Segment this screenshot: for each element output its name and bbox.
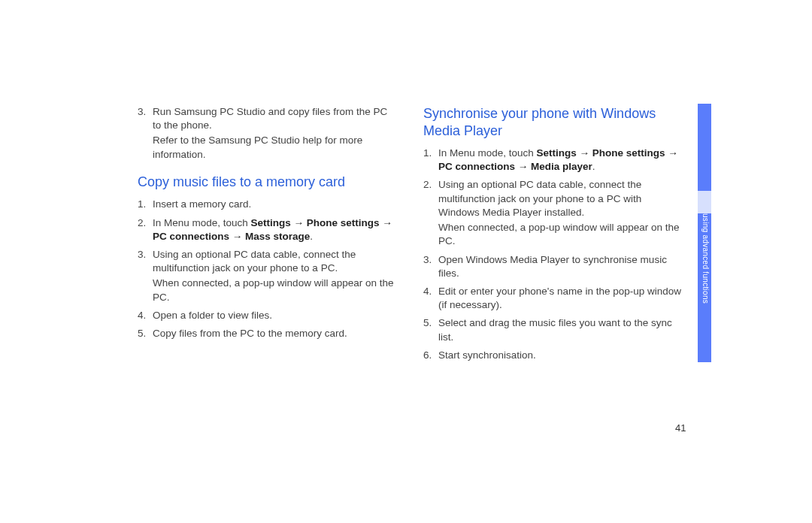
step-number: 3.	[423, 253, 438, 280]
list-item: 2. Using an optional PC data cable, conn…	[423, 178, 682, 248]
list-item: 4. Edit or enter your phone's name in th…	[423, 285, 682, 312]
copy-music-steps: 1. Insert a memory card. 2. In Menu mode…	[138, 198, 396, 340]
list-item: 3. Run Samsung PC Studio and copy files …	[138, 105, 396, 162]
side-tab-label: using advanced functions	[700, 213, 710, 364]
step-body: Open a folder to view files.	[153, 309, 396, 322]
step-subtext: When connected, a pop-up window will app…	[438, 221, 682, 248]
step-body: Open Windows Media Player to synchronise…	[438, 253, 682, 280]
list-item: 1. In Menu mode, touch Settings → Phone …	[423, 147, 682, 174]
step-number: 6.	[423, 349, 438, 362]
step-number: 1.	[423, 147, 438, 174]
step-number: 2.	[138, 216, 153, 243]
step-number: 4.	[138, 309, 153, 322]
list-item: 3. Using an optional PC data cable, conn…	[138, 248, 396, 304]
list-item: 4. Open a folder to view files.	[138, 309, 396, 322]
step-number: 3.	[138, 248, 153, 304]
sync-steps: 1. In Menu mode, touch Settings → Phone …	[423, 147, 682, 362]
step-body: In Menu mode, touch Settings → Phone set…	[153, 216, 396, 243]
step-text: Using an optional PC data cable, connect…	[438, 179, 641, 217]
list-item: 2. In Menu mode, touch Settings → Phone …	[138, 216, 396, 243]
step-body: Using an optional PC data cable, connect…	[438, 178, 682, 248]
step-prefix: In Menu mode, touch	[153, 217, 251, 228]
step-number: 1.	[138, 198, 153, 211]
side-tab-highlight	[698, 191, 711, 213]
step-subtext: Refer to the Samsung PC Studio help for …	[153, 134, 396, 161]
step-body: Edit or enter your phone's name in the p…	[438, 285, 682, 312]
left-column: 3. Run Samsung PC Studio and copy files …	[138, 105, 396, 367]
step-body: In Menu mode, touch Settings → Phone set…	[438, 147, 682, 174]
step-number: 3.	[138, 105, 153, 162]
step-body: Using an optional PC data cable, connect…	[153, 248, 396, 304]
list-item: 3. Open Windows Media Player to synchron…	[423, 253, 682, 280]
right-column: Synchronise your phone with Windows Medi…	[423, 105, 682, 367]
step-text: Run Samsung PC Studio and copy files fro…	[153, 106, 387, 131]
step-body: Run Samsung PC Studio and copy files fro…	[153, 105, 396, 162]
step-body: Insert a memory card.	[153, 198, 396, 211]
section-heading-sync: Synchronise your phone with Windows Medi…	[423, 105, 682, 139]
step-body: Start synchronisation.	[438, 349, 682, 362]
step-number: 4.	[423, 285, 438, 312]
page-content: 3. Run Samsung PC Studio and copy files …	[138, 105, 686, 367]
step-subtext: When connected, a pop-up window will app…	[153, 277, 396, 304]
step-suffix: .	[592, 161, 595, 172]
pre-steps-list: 3. Run Samsung PC Studio and copy files …	[138, 105, 396, 162]
step-body: Select and drag the music files you want…	[438, 316, 682, 343]
step-number: 5.	[423, 316, 438, 343]
list-item: 1. Insert a memory card.	[138, 198, 396, 211]
step-body: Copy files from the PC to the memory car…	[153, 327, 396, 340]
step-text: Using an optional PC data cable, connect…	[153, 249, 356, 274]
list-item: 5. Select and drag the music files you w…	[423, 316, 682, 343]
section-heading-copy-music: Copy music files to a memory card	[138, 174, 396, 191]
step-prefix: In Menu mode, touch	[438, 147, 537, 159]
list-item: 6. Start synchronisation.	[423, 349, 682, 362]
page-number: 41	[675, 422, 686, 434]
step-number: 5.	[138, 327, 153, 340]
step-suffix: .	[310, 231, 313, 242]
list-item: 5. Copy files from the PC to the memory …	[138, 327, 396, 340]
step-number: 2.	[423, 178, 438, 248]
